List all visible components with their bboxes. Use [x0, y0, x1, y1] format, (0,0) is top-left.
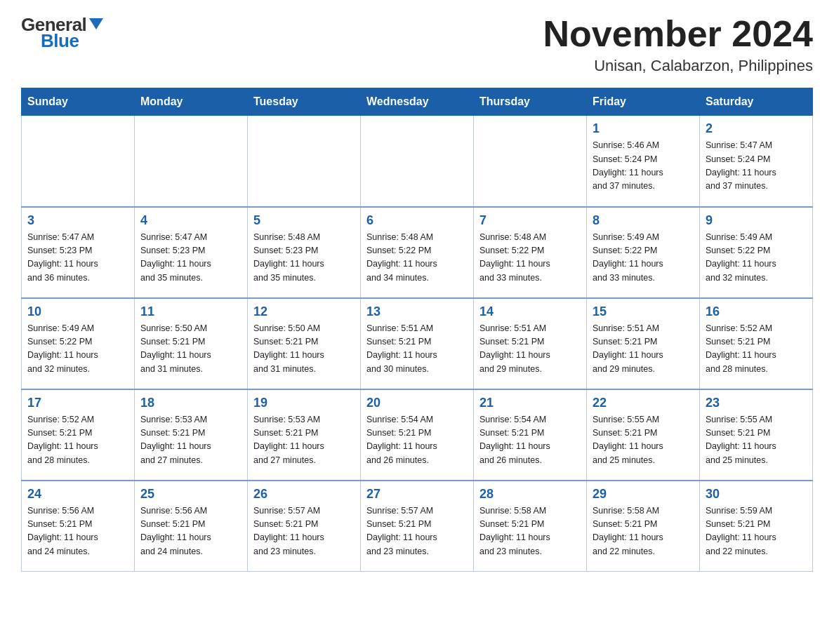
weekday-row: SundayMondayTuesdayWednesdayThursdayFrid… — [22, 88, 813, 116]
calendar-cell — [474, 116, 587, 207]
day-number: 1 — [593, 121, 694, 136]
calendar-week-3: 10Sunrise: 5:49 AMSunset: 5:22 PMDayligh… — [22, 298, 813, 389]
calendar-cell: 4Sunrise: 5:47 AMSunset: 5:23 PMDaylight… — [135, 207, 248, 298]
calendar-cell: 28Sunrise: 5:58 AMSunset: 5:21 PMDayligh… — [474, 481, 587, 572]
day-info: Sunrise: 5:55 AMSunset: 5:21 PMDaylight:… — [593, 413, 694, 468]
calendar-cell — [248, 116, 361, 207]
day-info: Sunrise: 5:54 AMSunset: 5:21 PMDaylight:… — [479, 413, 581, 468]
day-info: Sunrise: 5:49 AMSunset: 5:22 PMDaylight:… — [27, 322, 128, 377]
day-info: Sunrise: 5:53 AMSunset: 5:21 PMDaylight:… — [140, 413, 241, 468]
day-info: Sunrise: 5:51 AMSunset: 5:21 PMDaylight:… — [593, 322, 694, 377]
calendar-cell: 17Sunrise: 5:52 AMSunset: 5:21 PMDayligh… — [22, 389, 135, 481]
day-number: 17 — [27, 396, 128, 410]
day-number: 21 — [479, 396, 581, 410]
weekday-header-tuesday: Tuesday — [248, 88, 361, 116]
day-info: Sunrise: 5:48 AMSunset: 5:23 PMDaylight:… — [253, 231, 355, 286]
calendar-cell: 14Sunrise: 5:51 AMSunset: 5:21 PMDayligh… — [474, 298, 587, 389]
day-info: Sunrise: 5:48 AMSunset: 5:22 PMDaylight:… — [366, 231, 468, 286]
day-number: 10 — [27, 304, 128, 319]
day-info: Sunrise: 5:51 AMSunset: 5:21 PMDaylight:… — [479, 322, 581, 377]
day-number: 11 — [140, 304, 241, 319]
day-number: 22 — [593, 396, 694, 410]
calendar-cell: 21Sunrise: 5:54 AMSunset: 5:21 PMDayligh… — [474, 389, 587, 481]
day-number: 9 — [706, 213, 807, 228]
weekday-header-monday: Monday — [135, 88, 248, 116]
day-info: Sunrise: 5:58 AMSunset: 5:21 PMDaylight:… — [479, 504, 581, 559]
calendar-week-1: 1Sunrise: 5:46 AMSunset: 5:24 PMDaylight… — [22, 116, 813, 207]
title-block: November 2024 Unisan, Calabarzon, Philip… — [543, 14, 813, 75]
day-number: 14 — [479, 304, 581, 319]
calendar-cell: 12Sunrise: 5:50 AMSunset: 5:21 PMDayligh… — [248, 298, 361, 389]
calendar-cell: 26Sunrise: 5:57 AMSunset: 5:21 PMDayligh… — [248, 481, 361, 572]
calendar-cell: 19Sunrise: 5:53 AMSunset: 5:21 PMDayligh… — [248, 389, 361, 481]
weekday-header-friday: Friday — [587, 88, 700, 116]
logo-triangle-icon — [89, 18, 103, 29]
day-info: Sunrise: 5:50 AMSunset: 5:21 PMDaylight:… — [253, 322, 355, 377]
weekday-header-saturday: Saturday — [700, 88, 813, 116]
day-number: 29 — [593, 487, 694, 502]
logo-blue-text: Blue — [21, 30, 79, 52]
calendar-cell: 9Sunrise: 5:49 AMSunset: 5:22 PMDaylight… — [700, 207, 813, 298]
calendar-week-4: 17Sunrise: 5:52 AMSunset: 5:21 PMDayligh… — [22, 389, 813, 481]
day-number: 7 — [479, 213, 581, 228]
day-number: 15 — [593, 304, 694, 319]
day-info: Sunrise: 5:50 AMSunset: 5:21 PMDaylight:… — [140, 322, 241, 377]
calendar-cell: 8Sunrise: 5:49 AMSunset: 5:22 PMDaylight… — [587, 207, 700, 298]
calendar-cell: 24Sunrise: 5:56 AMSunset: 5:21 PMDayligh… — [22, 481, 135, 572]
calendar-cell: 15Sunrise: 5:51 AMSunset: 5:21 PMDayligh… — [587, 298, 700, 389]
weekday-header-thursday: Thursday — [474, 88, 587, 116]
calendar-week-2: 3Sunrise: 5:47 AMSunset: 5:23 PMDaylight… — [22, 207, 813, 298]
day-info: Sunrise: 5:49 AMSunset: 5:22 PMDaylight:… — [593, 231, 694, 286]
day-info: Sunrise: 5:56 AMSunset: 5:21 PMDaylight:… — [27, 504, 128, 559]
day-number: 13 — [366, 304, 468, 319]
calendar-body: 1Sunrise: 5:46 AMSunset: 5:24 PMDaylight… — [22, 116, 813, 572]
calendar-cell: 5Sunrise: 5:48 AMSunset: 5:23 PMDaylight… — [248, 207, 361, 298]
day-number: 20 — [366, 396, 468, 410]
calendar-cell — [135, 116, 248, 207]
calendar-cell: 10Sunrise: 5:49 AMSunset: 5:22 PMDayligh… — [22, 298, 135, 389]
day-number: 3 — [27, 213, 128, 228]
calendar-cell: 3Sunrise: 5:47 AMSunset: 5:23 PMDaylight… — [22, 207, 135, 298]
day-number: 30 — [706, 487, 807, 502]
day-number: 27 — [366, 487, 468, 502]
calendar-header: SundayMondayTuesdayWednesdayThursdayFrid… — [22, 88, 813, 116]
day-info: Sunrise: 5:58 AMSunset: 5:21 PMDaylight:… — [593, 504, 694, 559]
calendar-cell: 16Sunrise: 5:52 AMSunset: 5:21 PMDayligh… — [700, 298, 813, 389]
page-title: November 2024 — [543, 14, 813, 54]
day-info: Sunrise: 5:54 AMSunset: 5:21 PMDaylight:… — [366, 413, 468, 468]
calendar-cell: 20Sunrise: 5:54 AMSunset: 5:21 PMDayligh… — [361, 389, 474, 481]
day-info: Sunrise: 5:53 AMSunset: 5:21 PMDaylight:… — [253, 413, 355, 468]
day-number: 5 — [253, 213, 355, 228]
calendar-cell — [22, 116, 135, 207]
day-info: Sunrise: 5:59 AMSunset: 5:21 PMDaylight:… — [706, 504, 807, 559]
day-info: Sunrise: 5:55 AMSunset: 5:21 PMDaylight:… — [706, 413, 807, 468]
calendar-cell: 18Sunrise: 5:53 AMSunset: 5:21 PMDayligh… — [135, 389, 248, 481]
calendar-cell: 11Sunrise: 5:50 AMSunset: 5:21 PMDayligh… — [135, 298, 248, 389]
day-info: Sunrise: 5:52 AMSunset: 5:21 PMDaylight:… — [27, 413, 128, 468]
calendar-cell: 22Sunrise: 5:55 AMSunset: 5:21 PMDayligh… — [587, 389, 700, 481]
day-info: Sunrise: 5:52 AMSunset: 5:21 PMDaylight:… — [706, 322, 807, 377]
calendar-cell: 23Sunrise: 5:55 AMSunset: 5:21 PMDayligh… — [700, 389, 813, 481]
calendar-week-5: 24Sunrise: 5:56 AMSunset: 5:21 PMDayligh… — [22, 481, 813, 572]
day-number: 18 — [140, 396, 241, 410]
day-number: 12 — [253, 304, 355, 319]
day-number: 24 — [27, 487, 128, 502]
day-info: Sunrise: 5:47 AMSunset: 5:23 PMDaylight:… — [140, 231, 241, 286]
calendar-cell: 27Sunrise: 5:57 AMSunset: 5:21 PMDayligh… — [361, 481, 474, 572]
day-info: Sunrise: 5:57 AMSunset: 5:21 PMDaylight:… — [366, 504, 468, 559]
day-number: 28 — [479, 487, 581, 502]
weekday-header-sunday: Sunday — [22, 88, 135, 116]
page-header: General Blue November 2024 Unisan, Calab… — [21, 14, 813, 75]
day-number: 23 — [706, 396, 807, 410]
calendar-cell: 7Sunrise: 5:48 AMSunset: 5:22 PMDaylight… — [474, 207, 587, 298]
calendar-cell: 30Sunrise: 5:59 AMSunset: 5:21 PMDayligh… — [700, 481, 813, 572]
calendar-cell: 29Sunrise: 5:58 AMSunset: 5:21 PMDayligh… — [587, 481, 700, 572]
calendar-cell: 13Sunrise: 5:51 AMSunset: 5:21 PMDayligh… — [361, 298, 474, 389]
day-number: 26 — [253, 487, 355, 502]
day-info: Sunrise: 5:57 AMSunset: 5:21 PMDaylight:… — [253, 504, 355, 559]
day-info: Sunrise: 5:51 AMSunset: 5:21 PMDaylight:… — [366, 322, 468, 377]
calendar-cell: 25Sunrise: 5:56 AMSunset: 5:21 PMDayligh… — [135, 481, 248, 572]
day-number: 16 — [706, 304, 807, 319]
day-number: 2 — [706, 121, 807, 136]
weekday-header-wednesday: Wednesday — [361, 88, 474, 116]
